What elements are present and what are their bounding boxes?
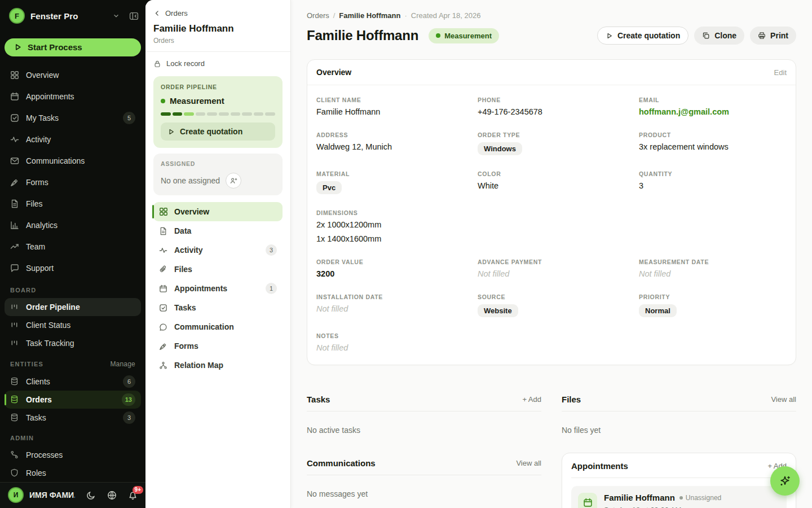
back-to-orders-link[interactable]: Orders: [153, 8, 283, 23]
create-quotation-button[interactable]: Create quotation: [597, 27, 689, 45]
user-bar: И ИМЯ ФАМИ… 9+: [0, 482, 145, 508]
sidebar-item-tasks[interactable]: Tasks 3: [5, 409, 141, 427]
field-value: Not filled: [316, 343, 787, 352]
check-square-icon: [10, 113, 19, 122]
sidebar-item-overview[interactable]: Overview: [5, 64, 141, 86]
record-tab-label: Overview: [174, 207, 277, 216]
app-logo: F: [9, 8, 25, 24]
sidebar-item-processes[interactable]: Processes: [5, 446, 141, 464]
appointment-assignee-status: Unassigned: [679, 494, 721, 502]
file-icon: [10, 199, 19, 208]
sidebar-item-support[interactable]: Support: [5, 257, 141, 279]
add-task-button[interactable]: + Add: [522, 395, 541, 404]
field-product: PRODUCT 3x replacement windows: [639, 132, 787, 155]
calendar-icon: [10, 92, 19, 101]
calendar-icon: [159, 284, 168, 293]
record-tab-relation-map[interactable]: Relation Map: [153, 356, 283, 375]
field-label: MATERIAL: [316, 170, 464, 177]
email-link[interactable]: hoffmann.j@gmail.com: [639, 107, 787, 116]
manage-entities-link[interactable]: Manage: [110, 360, 135, 368]
sidebar-header: F Fenster Pro: [0, 0, 145, 32]
breadcrumb-orders-link[interactable]: Orders: [307, 11, 329, 20]
user-name[interactable]: ИМЯ ФАМИ…: [29, 491, 75, 500]
sidebar-item-my-tasks[interactable]: My Tasks 5: [5, 107, 141, 129]
field-label: PRODUCT: [639, 132, 787, 138]
edit-button[interactable]: Edit: [774, 68, 787, 77]
lock-record-button[interactable]: Lock record: [153, 52, 283, 75]
sidebar-item-analytics[interactable]: Analytics: [5, 214, 141, 236]
sidebar-item-label: Roles: [26, 468, 135, 478]
record-tab-appointments[interactable]: Appointments 1: [153, 279, 283, 298]
progress-segment: [196, 112, 206, 116]
field-order-type: ORDER TYPE Windows: [478, 132, 625, 155]
tasks-empty-text: No active tasks: [307, 411, 541, 435]
workflow-icon: [10, 450, 19, 459]
sidebar-item-label: Client Status: [26, 321, 135, 330]
assigned-card: ASSIGNED No one assigned: [153, 154, 283, 195]
sidebar-item-roles[interactable]: Roles: [5, 464, 141, 482]
sidebar-item-client-status[interactable]: Client Status: [5, 316, 141, 334]
sidebar-item-appointments[interactable]: Appointments: [5, 86, 141, 107]
sidebar-item-order-pipeline[interactable]: Order Pipeline: [5, 298, 141, 316]
overview-card: Overview Edit CLIENT NAME Familie Hoffma…: [307, 59, 796, 365]
record-tab-data[interactable]: Data: [153, 221, 283, 240]
sidebar-item-clients[interactable]: Clients 6: [5, 373, 141, 391]
sidebar-item-label: Appointments: [26, 92, 135, 101]
field-quantity: QUANTITY 3: [639, 170, 787, 194]
ai-assistant-button[interactable]: [770, 466, 800, 496]
record-tab-communication[interactable]: Communication: [153, 317, 283, 336]
status-dot: [436, 33, 440, 38]
clone-button[interactable]: Clone: [694, 27, 744, 45]
user-avatar[interactable]: И: [8, 487, 24, 503]
dark-mode-icon[interactable]: [86, 491, 96, 500]
field-source: SOURCE Website: [478, 294, 625, 317]
sidebar-item-forms[interactable]: Forms: [5, 172, 141, 193]
status-dot: [679, 496, 683, 500]
sidebar-item-activity[interactable]: Activity: [5, 129, 141, 150]
sidebar-item-label: Overview: [26, 71, 135, 80]
grid-icon: [10, 71, 19, 80]
sidebar-item-label: Orders: [26, 395, 115, 404]
field-value: 3200: [316, 269, 464, 278]
field-value: Not filled: [639, 269, 787, 278]
field-label: ORDER VALUE: [316, 259, 464, 265]
record-tab-files[interactable]: Files: [153, 260, 283, 279]
sidebar-item-task-tracking[interactable]: Task Tracking: [5, 334, 141, 352]
record-tab-label: Activity: [174, 246, 259, 255]
view-all-files-button[interactable]: View all: [771, 395, 796, 404]
record-panel: Orders Familie Hoffmann Orders Lock reco…: [145, 0, 291, 508]
notifications-bell-icon[interactable]: 9+: [128, 491, 138, 500]
record-tab-forms[interactable]: Forms: [153, 336, 283, 356]
file-icon: [159, 227, 168, 235]
status-dot: [161, 99, 165, 103]
sidebar-item-communications[interactable]: Communications: [5, 150, 141, 172]
sidebar-item-label: Communications: [26, 156, 135, 165]
start-process-label: Start Process: [28, 42, 82, 52]
record-tab-activity[interactable]: Activity 3: [153, 240, 283, 260]
sidebar-item-label: Files: [26, 199, 135, 208]
start-process-button[interactable]: Start Process: [5, 38, 141, 56]
sidebar-item-orders[interactable]: Orders 13: [5, 391, 141, 409]
record-tab-overview[interactable]: Overview: [153, 202, 283, 221]
record-tab-tasks[interactable]: Tasks: [153, 298, 283, 317]
field-measurement-date: MEASUREMENT DATE Not filled: [639, 259, 787, 278]
sidebar-item-files[interactable]: Files: [5, 193, 141, 214]
view-all-communications-button[interactable]: View all: [516, 459, 541, 467]
assign-user-button[interactable]: [226, 173, 241, 189]
entities-section-label: ENTITIES: [10, 361, 43, 367]
field-value: Familie Hoffmann: [316, 107, 464, 116]
related-sections: Tasks + Add No active tasks Communicatio…: [307, 395, 796, 508]
globe-icon[interactable]: [107, 491, 117, 500]
overview-fields: CLIENT NAME Familie Hoffmann PHONE +49-1…: [307, 85, 796, 365]
sidebar-item-team[interactable]: Team: [5, 236, 141, 257]
create-quotation-button[interactable]: Create quotation: [161, 122, 275, 141]
entities-section: ENTITIES Manage Clients 6 Orders 13 Task…: [0, 352, 145, 427]
assigned-empty-text: No one assigned: [161, 176, 220, 185]
chevron-down-icon[interactable]: [112, 12, 120, 20]
collapse-sidebar-icon[interactable]: [129, 11, 139, 21]
assigned-label: ASSIGNED: [161, 160, 275, 167]
field-label: DIMENSIONS: [316, 209, 787, 216]
print-button[interactable]: Print: [750, 27, 796, 45]
appointment-list-item[interactable]: Familie Hoffmann Unassigned Sat, Apr 18 …: [571, 486, 787, 508]
shield-icon: [10, 468, 19, 477]
